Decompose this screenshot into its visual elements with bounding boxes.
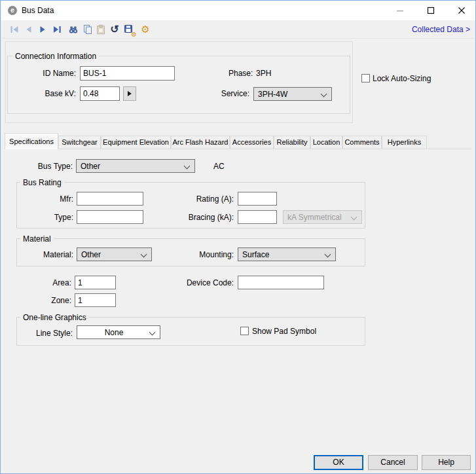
right-arrow-icon	[128, 91, 132, 96]
close-button[interactable]	[446, 1, 476, 20]
id-name-input[interactable]	[80, 66, 175, 81]
tab-comments[interactable]: Comments	[342, 136, 382, 149]
lock-auto-sizing-label: Lock Auto-Sizing	[373, 74, 431, 83]
maximize-button[interactable]	[415, 1, 446, 20]
id-name-label: ID Name:	[14, 69, 76, 78]
ok-button[interactable]: OK	[314, 455, 363, 470]
tab-specifications[interactable]: Specifications	[5, 133, 58, 149]
close-icon	[458, 7, 466, 14]
options-button[interactable]: ⚙	[139, 22, 152, 36]
one-line-graphics-group-label: One-line Graphics	[20, 313, 89, 322]
paste-icon	[96, 24, 106, 35]
bracing-unit-dropdown: kA Symmetrical	[283, 210, 362, 224]
area-input[interactable]	[75, 276, 116, 289]
line-style-dropdown[interactable]: None	[77, 325, 160, 339]
ac-indicator: AC	[213, 162, 225, 171]
first-record-icon	[9, 24, 20, 35]
rating-label: Rating (A):	[172, 194, 234, 204]
toolbar: ↺ ⚙ ⚙	[1, 20, 476, 39]
device-code-input[interactable]	[238, 276, 324, 289]
first-record-button[interactable]	[8, 22, 21, 36]
tab-hyperlinks[interactable]: Hyperlinks	[382, 136, 427, 149]
last-record-button[interactable]	[50, 22, 64, 36]
zone-label: Zone:	[9, 296, 71, 305]
material-value: Other	[81, 250, 101, 259]
save-options-button[interactable]: ⚙	[122, 22, 136, 36]
zone-input[interactable]	[75, 293, 116, 307]
service-dropdown[interactable]: 3PH-4W	[253, 87, 332, 101]
bracing-unit-value: kA Symmetrical	[287, 213, 342, 222]
collected-data-link[interactable]: Collected Data >	[412, 25, 470, 34]
material-group-label: Material	[20, 234, 54, 244]
type-label: Type:	[11, 213, 73, 222]
minimize-icon	[396, 7, 404, 14]
maximize-icon	[427, 7, 435, 14]
service-value: 3PH-4W	[258, 90, 287, 99]
line-style-label: Line Style:	[10, 329, 73, 338]
minimize-button[interactable]	[384, 1, 415, 20]
find-button[interactable]	[67, 22, 80, 36]
area-label: Area:	[9, 278, 71, 287]
bracing-input[interactable]	[238, 210, 277, 224]
next-record-icon	[37, 24, 48, 35]
show-pad-symbol-label: Show Pad Symbol	[252, 327, 316, 336]
find-icon	[68, 24, 79, 35]
base-kv-picker-button[interactable]	[123, 86, 136, 101]
mounting-label: Mounting:	[172, 250, 234, 259]
tab-switchgear[interactable]: Switchgear	[58, 136, 101, 149]
service-label: Service:	[187, 89, 249, 98]
tab-reliability[interactable]: Reliability	[274, 136, 310, 149]
help-button[interactable]: Help	[422, 455, 471, 470]
undo-button[interactable]: ↺	[108, 22, 121, 36]
bus-type-value: Other	[81, 162, 100, 171]
tab-strip-baseline	[5, 149, 471, 149]
bus-data-dialog: e Bus Data	[0, 0, 476, 474]
copy-icon	[82, 24, 93, 35]
tab-accessories[interactable]: Accessories	[230, 136, 274, 149]
cancel-button[interactable]: Cancel	[368, 455, 418, 470]
copy-button[interactable]	[81, 22, 94, 36]
tab-location[interactable]: Location	[310, 136, 342, 149]
bus-type-label: Bus Type:	[10, 162, 73, 171]
previous-record-button[interactable]	[22, 22, 35, 36]
gear-badge-icon: ⚙	[131, 31, 137, 38]
bracing-label: Bracing (kA):	[172, 213, 234, 222]
connection-group-label: Connection Information	[12, 52, 99, 61]
title-bar[interactable]: e Bus Data	[1, 1, 476, 20]
phase-value: 3PH	[256, 69, 271, 78]
mounting-value: Surface	[242, 250, 269, 259]
gear-icon: ⚙	[141, 24, 149, 35]
app-icon: e	[8, 6, 17, 15]
connection-groupbox	[7, 56, 350, 114]
mounting-dropdown[interactable]: Surface	[238, 247, 336, 261]
device-code-label: Device Code:	[172, 278, 234, 287]
line-style-value: None	[105, 328, 124, 337]
tab-equipment-elevation[interactable]: Equipment Elevation	[101, 136, 171, 149]
mfr-input[interactable]	[77, 192, 143, 206]
show-pad-symbol-checkbox[interactable]	[240, 327, 249, 335]
paste-button[interactable]	[94, 22, 107, 36]
last-record-icon	[52, 24, 62, 35]
material-label: Material:	[11, 250, 73, 259]
lock-auto-sizing-checkbox[interactable]	[361, 74, 370, 82]
next-record-button[interactable]	[36, 22, 49, 36]
base-kv-label: Base kV:	[14, 89, 76, 98]
base-kv-input[interactable]	[80, 86, 120, 101]
undo-icon: ↺	[110, 24, 119, 35]
bus-rating-group-label: Bus Rating	[20, 178, 64, 187]
material-dropdown[interactable]: Other	[77, 247, 152, 261]
rating-input[interactable]	[238, 192, 277, 206]
previous-record-icon	[24, 24, 34, 35]
tab-arc-flash-hazard[interactable]: Arc Flash Hazard	[171, 136, 230, 149]
window-title: Bus Data	[22, 6, 54, 15]
mfr-label: Mfr:	[11, 194, 73, 204]
type-input[interactable]	[77, 210, 143, 224]
bus-type-dropdown[interactable]: Other	[76, 159, 195, 173]
phase-label: Phase:	[229, 69, 253, 78]
